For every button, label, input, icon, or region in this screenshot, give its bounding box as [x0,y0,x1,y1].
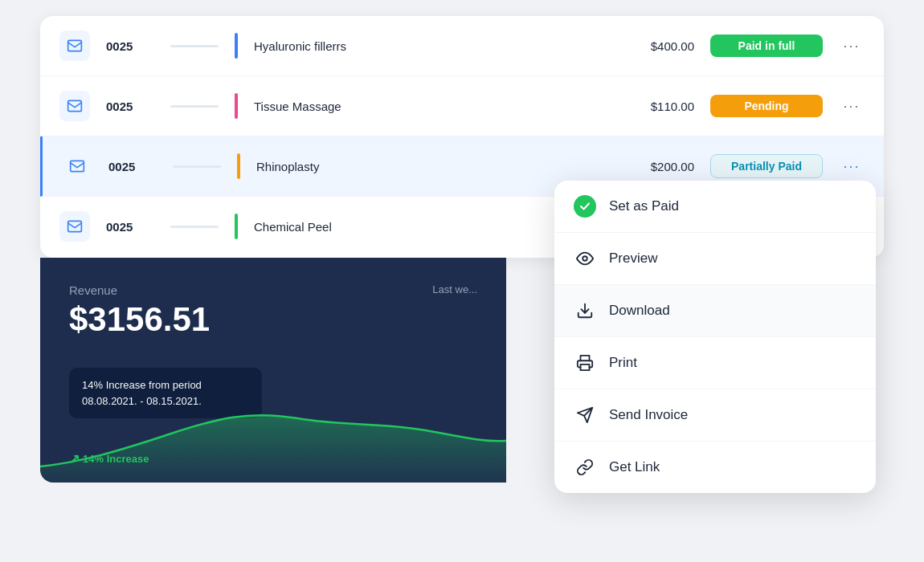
eye-icon [574,247,596,270]
color-bar [235,214,238,239]
revenue-amount: $3156.51 [69,300,477,339]
mail-icon [59,211,90,242]
service-name: Rhinoplasty [256,160,606,173]
increase-label: ↗ 14% Increase [69,451,149,466]
mail-icon [59,31,90,61]
increase-text: 14% Increase [83,453,149,465]
divider [170,226,219,228]
menu-item-set-paid[interactable]: Set as Paid [554,181,876,233]
svg-rect-0 [68,40,82,51]
status-badge: Partially Paid [710,154,823,178]
revenue-card: Revenue Last we... $3156.51 14% Increase… [40,258,506,483]
color-bar [235,93,238,119]
menu-item-label: Get Link [609,459,660,475]
amount: $200.00 [622,160,694,173]
svg-rect-6 [581,364,590,370]
divider [173,165,221,168]
amount: $400.00 [622,39,694,53]
revenue-period: Last we... [432,283,477,295]
menu-item-preview[interactable]: Preview [554,233,876,285]
more-options-button[interactable]: ··· [839,153,865,179]
divider [170,105,219,108]
svg-point-4 [583,256,587,261]
menu-item-label: Send Invoice [609,407,688,423]
revenue-chart [40,386,506,483]
download-icon [574,299,596,322]
more-options-button[interactable]: ··· [839,33,865,59]
revenue-label: Revenue [69,283,477,297]
menu-item-print[interactable]: Print [554,337,876,389]
divider [170,45,219,47]
print-icon [574,352,596,374]
svg-rect-2 [71,161,84,171]
svg-rect-3 [68,221,82,231]
menu-item-download[interactable]: Download [554,285,876,337]
link-icon [574,456,596,479]
invoice-id: 0025 [106,39,154,53]
arrow-up-icon: ↗ [69,451,80,466]
svg-rect-1 [68,100,82,111]
invoice-id: 0025 [108,160,157,173]
service-name: Tissue Massage [254,100,606,113]
menu-item-label: Preview [609,250,657,267]
color-bar [237,153,240,179]
mail-icon [62,151,92,181]
menu-item-send-invoice[interactable]: Send Invoice [554,389,876,442]
invoice-id: 0025 [106,220,154,234]
send-icon [574,404,596,426]
status-badge: Pending [710,95,823,117]
invoice-id: 0025 [106,100,154,113]
mail-icon [59,91,90,121]
context-menu: Set as Paid Preview Download [554,181,876,493]
menu-item-label: Print [609,355,637,371]
color-bar [235,33,238,59]
more-options-button[interactable]: ··· [839,93,865,119]
service-name: Hyaluronic fillerrs [254,39,606,53]
menu-item-get-link[interactable]: Get Link [554,442,876,493]
table-row: 0025 Hyaluronic fillerrs $400.00 Paid in… [40,16,884,76]
status-badge: Paid in full [710,35,823,57]
menu-item-label: Download [609,303,670,319]
amount: $110.00 [622,100,694,113]
menu-item-label: Set as Paid [609,198,679,214]
table-row: 0025 Tissue Massage $110.00 Pending ··· [40,76,884,136]
check-circle-icon [574,195,596,218]
